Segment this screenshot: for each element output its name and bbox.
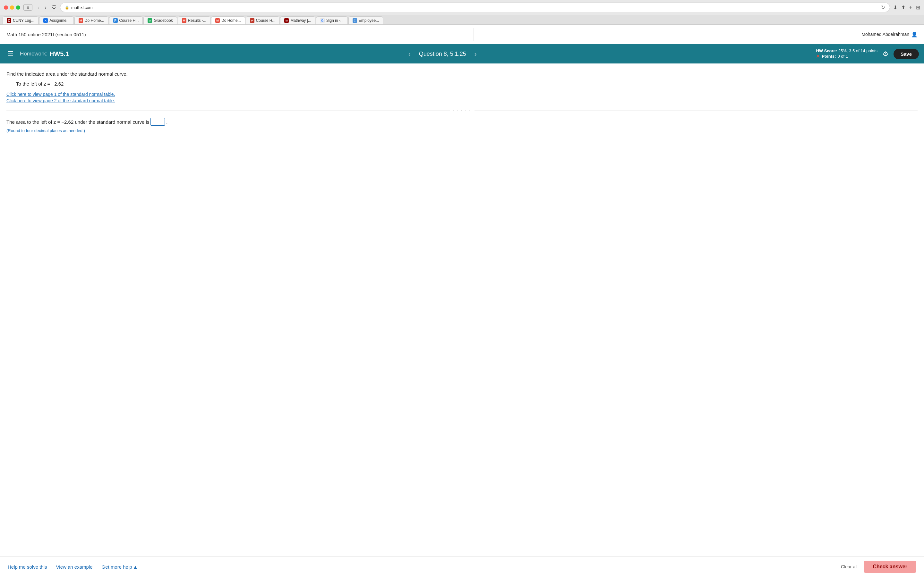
hw-title: HW5.1 bbox=[49, 50, 69, 58]
back-button[interactable]: ‹ bbox=[36, 3, 41, 11]
share-icon[interactable]: ⬆ bbox=[901, 5, 905, 11]
grid-icon[interactable]: ⊞ bbox=[916, 5, 920, 11]
points-line: ✕ Points: 0 of 1 bbox=[816, 53, 848, 59]
tab-assign[interactable]: A Assignme... bbox=[39, 16, 74, 24]
tab-courseh1[interactable]: P Course H... bbox=[109, 16, 143, 24]
hw-score-section: HW Score: 25%, 3.5 of 14 points ✕ Points… bbox=[816, 48, 877, 59]
tab-dohome1[interactable]: M Do Home... bbox=[74, 16, 108, 24]
tab-courseh1-label: Course H... bbox=[120, 18, 139, 23]
top-navbar: ☰ Homework: HW5.1 ‹ Question 8, 5.1.25 ›… bbox=[0, 44, 924, 63]
tab-results-label: Results -... bbox=[188, 18, 206, 23]
shield-icon: 🛡 bbox=[52, 5, 57, 10]
tab-assign-label: Assignme... bbox=[49, 18, 69, 23]
user-info: Mohamed Abdelrahman 👤 bbox=[861, 31, 918, 37]
mathway-favicon: M bbox=[284, 18, 289, 23]
mx1-favicon: M bbox=[79, 18, 83, 23]
question-instruction: Find the indicated area under the standa… bbox=[6, 71, 918, 77]
tab-grid-icon[interactable]: ⊞ bbox=[23, 4, 32, 11]
tab-dohome1-label: Do Home... bbox=[85, 18, 104, 23]
mxl-favicon: M bbox=[182, 18, 186, 23]
site-title: Math 150 online 2021f (section 0511) bbox=[6, 32, 86, 37]
question-nav: ‹ Question 8, 5.1.25 › bbox=[69, 48, 816, 60]
tab-results[interactable]: M Results -... bbox=[178, 16, 210, 24]
points-value: 0 of 1 bbox=[838, 54, 848, 59]
question-sub-instruction: To the left of z = −2.62 bbox=[16, 81, 918, 87]
tab-gradebook[interactable]: G Gradebook bbox=[144, 16, 177, 24]
lock-icon: 🔒 bbox=[65, 5, 69, 10]
new-tab-icon[interactable]: + bbox=[909, 5, 912, 10]
divider-dots: · · · · · bbox=[450, 108, 475, 113]
gradebook-favicon: G bbox=[148, 18, 152, 23]
nav-right: HW Score: 25%, 3.5 of 14 points ✕ Points… bbox=[816, 48, 919, 59]
footer-bar: Help me solve this View an example Get m… bbox=[0, 556, 924, 564]
next-question-button[interactable]: › bbox=[471, 48, 480, 60]
user-name: Mohamed Abdelrahman bbox=[861, 32, 909, 37]
tab-mathway[interactable]: M Mathway |... bbox=[280, 16, 315, 24]
tab-dohome2-label: Do Home... bbox=[221, 18, 241, 23]
tab-cuny-label: CUNY Log... bbox=[13, 18, 34, 23]
answer-suffix: . bbox=[166, 119, 168, 125]
tab-employee[interactable]: C Employee... bbox=[349, 16, 383, 24]
hw-score-label: HW Score: bbox=[816, 48, 837, 53]
hamburger-button[interactable]: ☰ bbox=[5, 47, 16, 60]
address-bar[interactable]: 🔒 mathxl.com ↻ bbox=[60, 3, 890, 12]
save-button[interactable]: Save bbox=[893, 49, 919, 59]
cunyc-favicon: C bbox=[352, 18, 357, 23]
normal-table-link-2[interactable]: Click here to view page 2 of the standar… bbox=[6, 98, 918, 103]
answer-prefix: The area to the left of z = −2.62 under … bbox=[6, 119, 149, 125]
hw-score-line: HW Score: 25%, 3.5 of 14 points bbox=[816, 48, 877, 53]
tab-signin-label: Sign in -... bbox=[326, 18, 344, 23]
header-divider bbox=[473, 28, 474, 41]
main-content: Find the indicated area under the standa… bbox=[0, 63, 924, 564]
tab-courseh2[interactable]: P Course H... bbox=[246, 16, 280, 24]
settings-button[interactable]: ⚙ bbox=[883, 50, 888, 58]
download-icon[interactable]: ⬇ bbox=[893, 5, 897, 11]
normal-table-link-1[interactable]: Click here to view page 1 of the standar… bbox=[6, 92, 918, 97]
p-favicon: P bbox=[113, 18, 118, 23]
close-button[interactable] bbox=[4, 5, 8, 10]
maximize-button[interactable] bbox=[16, 5, 20, 10]
ch-favicon: P bbox=[250, 18, 254, 23]
answer-input[interactable] bbox=[150, 118, 165, 126]
x-icon: ✕ bbox=[816, 53, 820, 59]
reload-button[interactable]: ↻ bbox=[881, 5, 885, 10]
tab-employee-label: Employee... bbox=[359, 18, 379, 23]
tabs-bar: C CUNY Log... A Assignme... M Do Home...… bbox=[0, 15, 924, 25]
divider-line-right bbox=[475, 111, 918, 111]
tab-mathway-label: Mathway |... bbox=[290, 18, 311, 23]
google-favicon: G bbox=[320, 18, 325, 23]
hw-label: Homework: bbox=[20, 51, 47, 57]
site-header: Math 150 online 2021f (section 0511) Moh… bbox=[0, 25, 924, 44]
prev-question-button[interactable]: ‹ bbox=[405, 48, 414, 60]
points-label: Points: bbox=[822, 54, 836, 59]
user-icon: 👤 bbox=[911, 31, 918, 37]
cuny-favicon: C bbox=[7, 18, 11, 23]
tab-signin[interactable]: G Sign in -... bbox=[316, 16, 348, 24]
mxb-favicon: M bbox=[215, 18, 220, 23]
answer-area: The area to the left of z = −2.62 under … bbox=[6, 118, 918, 126]
divider-line-left bbox=[6, 111, 450, 111]
footer-right: Clear all Check answer bbox=[841, 561, 916, 564]
minimize-button[interactable] bbox=[10, 5, 14, 10]
browser-actions: ⬇ ⬆ + ⊞ bbox=[893, 5, 920, 11]
round-note: (Round to four decimal places as needed.… bbox=[6, 128, 918, 133]
assign-favicon: A bbox=[43, 18, 48, 23]
divider-section: · · · · · bbox=[6, 108, 918, 113]
question-label: Question 8, 5.1.25 bbox=[419, 51, 466, 57]
url-text: mathxl.com bbox=[71, 5, 92, 10]
window-controls bbox=[4, 5, 20, 10]
browser-chrome: ⊞ ‹ › 🛡 🔒 mathxl.com ↻ ⬇ ⬆ + ⊞ bbox=[0, 0, 924, 15]
tab-dohome2[interactable]: M Do Home... bbox=[211, 16, 245, 25]
hw-score-value: 25%, 3.5 of 14 points bbox=[838, 48, 877, 53]
tab-cuny[interactable]: C CUNY Log... bbox=[3, 16, 39, 24]
nav-arrows: ‹ › bbox=[36, 3, 48, 11]
check-answer-button[interactable]: Check answer bbox=[864, 561, 916, 564]
tab-gradebook-label: Gradebook bbox=[153, 18, 173, 23]
forward-button[interactable]: › bbox=[43, 3, 48, 11]
tab-courseh2-label: Course H... bbox=[256, 18, 276, 23]
